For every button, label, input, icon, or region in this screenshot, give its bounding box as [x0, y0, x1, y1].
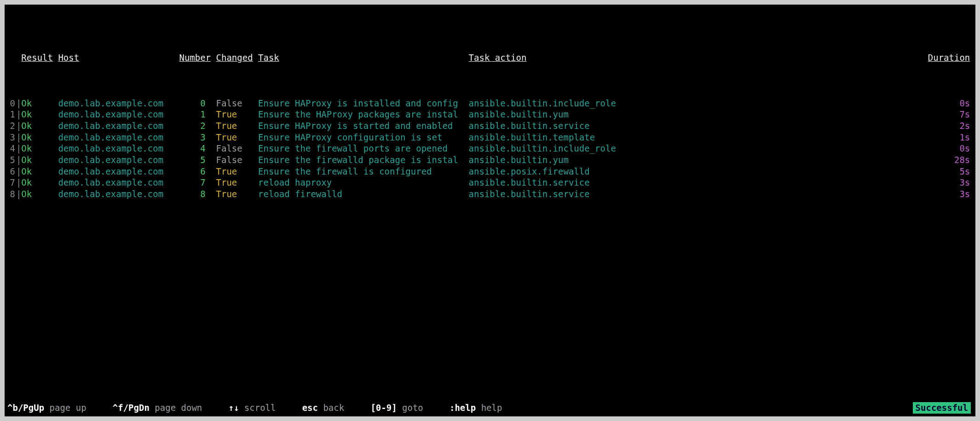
- cell-result: Ok: [21, 166, 58, 177]
- table-row[interactable]: 3|Okdemo.lab.example.com3 TrueEnsure HAP…: [6, 132, 973, 143]
- cell-changed: True: [216, 109, 259, 120]
- cell-changed: True: [216, 188, 259, 200]
- gutter-header: [6, 52, 16, 64]
- cell-result: Ok: [21, 143, 58, 154]
- cell-task: Ensure the firewall ports are opened: [258, 143, 469, 154]
- cell-result: Ok: [21, 154, 58, 166]
- table-header-row: Result Host Number Changed Task Task act…: [6, 52, 973, 64]
- row-separator: |: [16, 177, 21, 188]
- col-header-action[interactable]: Task action: [469, 52, 627, 64]
- cell-action: ansible.builtin.service: [469, 177, 627, 188]
- row-index: 4: [6, 143, 16, 154]
- cell-task: Ensure HAProxy configuration is set: [258, 132, 469, 143]
- cell-duration: 3s: [627, 177, 973, 188]
- cell-host: demo.lab.example.com: [58, 98, 179, 109]
- cell-task: Ensure the HAProxy packages are instal: [258, 109, 469, 120]
- cell-host: demo.lab.example.com: [58, 109, 179, 120]
- cell-duration: 0s: [627, 98, 973, 109]
- cell-host: demo.lab.example.com: [58, 154, 179, 166]
- cell-task: Ensure the firewalld package is instal: [258, 154, 469, 166]
- row-index: 7: [6, 177, 16, 188]
- table-row[interactable]: 2|Okdemo.lab.example.com2 TrueEnsure HAP…: [6, 120, 973, 132]
- cell-number: 8: [179, 188, 216, 200]
- table-row[interactable]: 0|Okdemo.lab.example.com0 FalseEnsure HA…: [6, 98, 973, 109]
- cell-changed: False: [216, 154, 259, 166]
- hint-scroll: ↑↓ scroll: [228, 402, 276, 414]
- row-separator: |: [16, 132, 21, 143]
- cell-changed: True: [216, 166, 259, 177]
- col-header-task[interactable]: Task: [258, 52, 469, 64]
- col-header-result[interactable]: Result: [21, 52, 58, 64]
- row-separator: |: [16, 166, 21, 177]
- terminal-window: Result Host Number Changed Task Task act…: [5, 5, 975, 416]
- cell-number: 7: [179, 177, 216, 188]
- cell-number: 6: [179, 166, 216, 177]
- cell-host: demo.lab.example.com: [58, 132, 179, 143]
- hint-help: :help help: [450, 402, 502, 414]
- hint-esc: esc back: [302, 402, 345, 414]
- row-separator: |: [16, 109, 21, 120]
- cell-number: 2: [179, 120, 216, 132]
- table-row[interactable]: 7|Okdemo.lab.example.com7 Truereload hap…: [6, 177, 973, 188]
- cell-host: demo.lab.example.com: [58, 166, 179, 177]
- row-separator: |: [16, 154, 21, 166]
- cell-changed: False: [216, 143, 259, 154]
- row-index: 8: [6, 188, 16, 200]
- cell-result: Ok: [21, 188, 58, 200]
- table-row[interactable]: 8|Okdemo.lab.example.com8 Truereload fir…: [6, 188, 973, 200]
- cell-changed: True: [216, 120, 259, 132]
- cell-number: 4: [179, 143, 216, 154]
- cell-task: reload haproxy: [258, 177, 469, 188]
- cell-result: Ok: [21, 177, 58, 188]
- row-index: 1: [6, 109, 16, 120]
- footer-bar: ^b/PgUp page up ^f/PgDn page down ↑↓ scr…: [6, 402, 973, 415]
- cell-number: 3: [179, 132, 216, 143]
- cell-duration: 0s: [627, 143, 973, 154]
- hint-page-down: ^f/PgDn page down: [113, 402, 202, 414]
- col-header-host[interactable]: Host: [58, 52, 179, 64]
- cell-changed: True: [216, 177, 259, 188]
- cell-duration: 28s: [627, 154, 973, 166]
- row-separator: |: [16, 120, 21, 132]
- cell-host: demo.lab.example.com: [58, 120, 179, 132]
- cell-task: Ensure the firewall is configured: [258, 166, 469, 177]
- col-header-changed[interactable]: Changed: [216, 52, 259, 64]
- cell-result: Ok: [21, 109, 58, 120]
- cell-host: demo.lab.example.com: [58, 143, 179, 154]
- hint-page-up: ^b/PgUp page up: [7, 402, 86, 414]
- table-row[interactable]: 6|Okdemo.lab.example.com6 TrueEnsure the…: [6, 166, 973, 177]
- cell-changed: False: [216, 98, 259, 109]
- cell-number: 1: [179, 109, 216, 120]
- cell-task: Ensure HAProxy is installed and config: [258, 98, 469, 109]
- cell-number: 0: [179, 98, 216, 109]
- cell-action: ansible.builtin.template: [469, 132, 627, 143]
- cell-task: Ensure HAProxy is started and enabled: [258, 120, 469, 132]
- col-header-number[interactable]: Number: [179, 52, 216, 64]
- row-separator: |: [16, 98, 21, 109]
- cell-action: ansible.builtin.service: [469, 188, 627, 200]
- cell-result: Ok: [21, 120, 58, 132]
- row-index: 3: [6, 132, 16, 143]
- status-badge: Successful: [913, 402, 971, 414]
- row-separator: |: [16, 143, 21, 154]
- row-index: 5: [6, 154, 16, 166]
- row-separator: |: [16, 188, 21, 200]
- cell-action: ansible.posix.firewalld: [469, 166, 627, 177]
- table-row[interactable]: 4|Okdemo.lab.example.com4 FalseEnsure th…: [6, 143, 973, 154]
- cell-result: Ok: [21, 132, 58, 143]
- cell-duration: 1s: [627, 132, 973, 143]
- table-row[interactable]: 5|Okdemo.lab.example.com5 FalseEnsure th…: [6, 154, 973, 166]
- cell-duration: 3s: [627, 188, 973, 200]
- cell-host: demo.lab.example.com: [58, 177, 179, 188]
- cell-changed: True: [216, 132, 259, 143]
- col-header-duration[interactable]: Duration: [627, 52, 973, 64]
- cell-number: 5: [179, 154, 216, 166]
- cell-action: ansible.builtin.include_role: [469, 98, 627, 109]
- cell-duration: 2s: [627, 120, 973, 132]
- cell-duration: 5s: [627, 166, 973, 177]
- cell-action: ansible.builtin.yum: [469, 154, 627, 166]
- cell-action: ansible.builtin.service: [469, 120, 627, 132]
- cell-action: ansible.builtin.include_role: [469, 143, 627, 154]
- cell-task: reload firewalld: [258, 188, 469, 200]
- table-row[interactable]: 1|Okdemo.lab.example.com1 TrueEnsure the…: [6, 109, 973, 120]
